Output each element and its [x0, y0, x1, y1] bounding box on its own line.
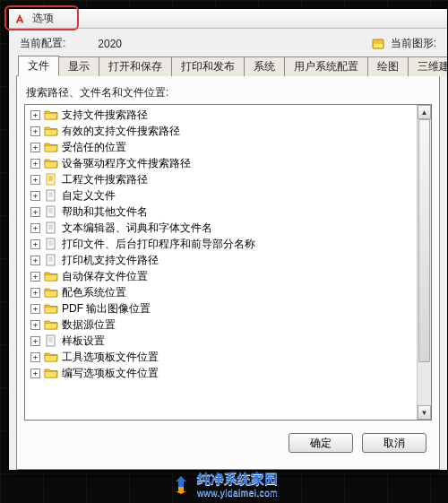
- tree-expander[interactable]: +: [30, 143, 40, 152]
- tab-label: 绘图: [377, 60, 399, 73]
- tree-node[interactable]: +工具选项板文件位置: [30, 349, 417, 365]
- cancel-button[interactable]: 取消: [362, 433, 426, 453]
- tree-expander[interactable]: +: [30, 126, 40, 136]
- tab-system[interactable]: 系统: [244, 56, 285, 76]
- watermark-logo-icon: [170, 473, 192, 495]
- scroll-down-button[interactable]: ▼: [418, 405, 431, 420]
- tab-label: 三维建模: [418, 60, 447, 73]
- tree-node-label: 支持文件搜索路径: [62, 108, 148, 123]
- tree-node[interactable]: +帮助和其他文件名: [30, 204, 417, 220]
- folder-icon: [44, 157, 58, 169]
- tree-node[interactable]: +文本编辑器、词典和字体文件名: [30, 220, 417, 236]
- tree-expander[interactable]: +: [30, 320, 40, 330]
- tab-files[interactable]: 文件: [18, 56, 59, 76]
- panel-label: 搜索路径、文件名和文件位置:: [26, 85, 432, 100]
- tab-plot-publish[interactable]: 打印和发布: [171, 56, 245, 76]
- button-label: 确定: [310, 436, 332, 451]
- tree-expander[interactable]: +: [30, 239, 40, 249]
- tree-node[interactable]: +打印机支持文件路径: [30, 252, 417, 268]
- tree-node[interactable]: +打印文件、后台打印程序和前导部分名称: [30, 236, 417, 252]
- svg-rect-22: [47, 255, 55, 265]
- tree-node[interactable]: +配色系统位置: [30, 284, 417, 300]
- tree-node-label: 打印机支持文件路径: [62, 253, 159, 268]
- tree-expander[interactable]: +: [30, 175, 40, 185]
- tab-open-save[interactable]: 打开和保存: [99, 56, 172, 76]
- tab-label: 打印和发布: [181, 60, 235, 73]
- tree-node-label: 设备驱动程序文件搜索路径: [62, 156, 191, 171]
- tab-label: 显示: [68, 60, 90, 73]
- tree-node[interactable]: +PDF 输出图像位置: [30, 300, 417, 317]
- tree-node[interactable]: +样板设置: [30, 333, 417, 349]
- file-icon: [44, 238, 58, 250]
- tree-node[interactable]: +自定义文件: [30, 187, 417, 204]
- tree-node-label: 工具选项板文件位置: [62, 350, 159, 365]
- tree-expander[interactable]: +: [30, 304, 40, 314]
- folder-icon: [44, 302, 58, 315]
- tree-expander[interactable]: +: [30, 352, 40, 362]
- tree-expander[interactable]: +: [30, 369, 40, 378]
- ok-button[interactable]: 确定: [289, 433, 353, 453]
- tab-label: 系统: [254, 60, 275, 73]
- tree-node-label: 帮助和其他文件名: [62, 204, 148, 220]
- tab-display[interactable]: 显示: [58, 56, 99, 76]
- path-tree[interactable]: +支持文件搜索路径+有效的支持文件搜索路径+受信任的位置+设备驱动程序文件搜索路…: [25, 105, 417, 420]
- vertical-scrollbar[interactable]: ▲ ▼: [417, 105, 431, 420]
- tab-label: 打开和保存: [108, 60, 162, 73]
- svg-rect-26: [47, 335, 55, 346]
- tree-expander[interactable]: +: [30, 207, 40, 217]
- tree-expander[interactable]: +: [30, 256, 40, 265]
- tab-3d-modeling[interactable]: 三维建模: [408, 56, 447, 76]
- svg-rect-10: [47, 206, 55, 217]
- tab-user-prefs[interactable]: 用户系统配置: [284, 56, 368, 76]
- tree-node[interactable]: +设备驱动程序文件搜索路径: [30, 155, 417, 171]
- tree-expander[interactable]: +: [30, 110, 40, 120]
- tree-node[interactable]: +自动保存文件位置: [30, 268, 417, 284]
- file-icon: [44, 334, 58, 347]
- tree-node-label: 工程文件搜索路径: [62, 172, 148, 187]
- folder-icon: [44, 286, 58, 299]
- current-drawing-label: 当前图形:: [391, 36, 436, 51]
- tree-node[interactable]: +受信任的位置: [30, 139, 417, 155]
- tree-node-label: 配色系统位置: [62, 285, 126, 300]
- file-icon: [44, 189, 58, 202]
- folder-icon: [44, 318, 58, 331]
- titlebar[interactable]: 选项: [9, 9, 447, 29]
- scroll-up-button[interactable]: ▲: [418, 105, 431, 119]
- tree-expander[interactable]: +: [30, 288, 40, 298]
- dialog-title: 选项: [32, 11, 54, 26]
- file-icon: [44, 254, 58, 266]
- app-icon: [13, 12, 27, 26]
- scroll-track[interactable]: [418, 119, 431, 405]
- folder-icon: [44, 141, 58, 153]
- tree-container: +支持文件搜索路径+有效的支持文件搜索路径+受信任的位置+设备驱动程序文件搜索路…: [24, 104, 432, 421]
- tree-expander[interactable]: +: [30, 191, 40, 201]
- button-label: 取消: [383, 436, 405, 451]
- current-profile-value: 2020: [98, 38, 122, 50]
- options-dialog: 选项 当前配置: 2020 当前图形: 文件 显示 打开和保存 打印和发布 系统…: [8, 8, 448, 471]
- watermark: 纯净系统家园 www.yidaimei.com: [0, 471, 448, 498]
- tree-node[interactable]: +数据源位置: [30, 317, 417, 333]
- folder-icon: [44, 125, 58, 137]
- tree-node[interactable]: +工程文件搜索路径: [30, 171, 417, 187]
- tree-node-label: 打印文件、后台打印程序和前导部分名称: [62, 237, 255, 252]
- tree-expander[interactable]: +: [30, 336, 40, 346]
- tree-node-label: 有效的支持文件搜索路径: [62, 124, 180, 139]
- watermark-subtitle: www.yidaimei.com: [197, 488, 278, 498]
- tree-expander[interactable]: +: [30, 159, 40, 169]
- svg-rect-18: [47, 238, 55, 249]
- tab-panel-files: 搜索路径、文件名和文件位置: +支持文件搜索路径+有效的支持文件搜索路径+受信任…: [16, 76, 440, 470]
- folder-icon: [44, 108, 58, 121]
- file-icon: [44, 205, 58, 218]
- tree-expander[interactable]: +: [30, 272, 40, 282]
- tab-drafting[interactable]: 绘图: [367, 56, 409, 76]
- tree-expander[interactable]: +: [30, 223, 40, 233]
- tree-node-label: 文本编辑器、词典和字体文件名: [62, 221, 212, 236]
- file-icon: [44, 221, 58, 234]
- tree-node[interactable]: +有效的支持文件搜索路径: [30, 123, 417, 139]
- tree-node[interactable]: +支持文件搜索路径: [30, 107, 417, 123]
- svg-rect-14: [47, 222, 55, 233]
- tree-node[interactable]: +编写选项板文件位置: [30, 365, 417, 381]
- scroll-thumb[interactable]: [418, 119, 430, 362]
- current-profile-label: 当前配置:: [20, 36, 65, 51]
- tab-label: 文件: [28, 59, 49, 72]
